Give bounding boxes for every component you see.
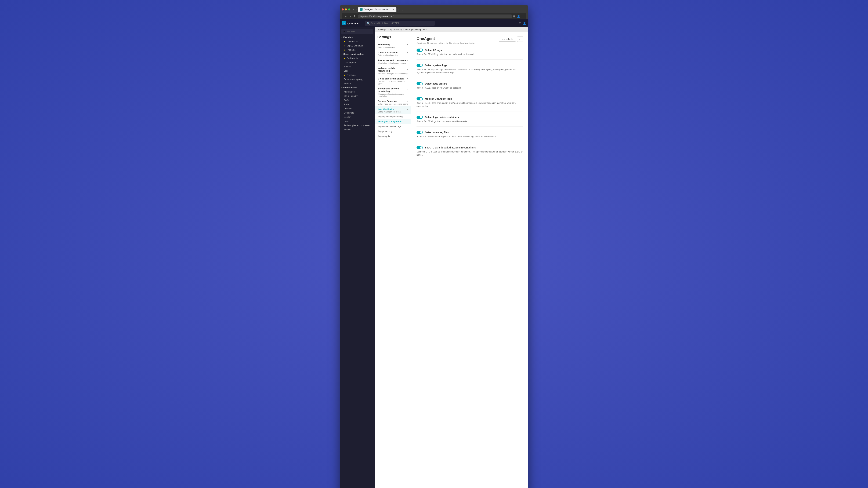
toggle-desc: If set to FALSE - logs from containers w… (416, 120, 523, 123)
sidebar-item-vmware[interactable]: VMware (340, 106, 375, 111)
tab-title: OneAgent - Environment - Set... (364, 8, 392, 11)
sidebar-item-hosts[interactable]: Hosts (340, 119, 375, 123)
detect-open-log-files-toggle[interactable] (416, 131, 423, 134)
toggle-desc: If set to FALSE - IIS log detection mech… (416, 53, 523, 56)
sidebar-item-metrics[interactable]: Metrics (340, 65, 375, 69)
close-tab-icon[interactable]: ✕ (393, 8, 394, 11)
settings-nav-server-side[interactable]: Server-side service monitoring ▾ Manage … (375, 86, 411, 98)
item-title: Web and mobile monitoring (378, 67, 407, 72)
settings-sub-log-processing[interactable]: Log processing (375, 129, 411, 134)
settings-sub-log-sources[interactable]: Log sources and storage (375, 124, 411, 129)
item-subtitle: Define rules for services and spans (378, 103, 408, 105)
refresh-button[interactable]: ↻ (353, 14, 357, 18)
filter-row: ▽ (341, 29, 373, 34)
main-content: OneAgent Configure OneAgent options for … (411, 32, 528, 488)
more-options-button[interactable]: ··· (517, 36, 523, 42)
sidebar-item-label: Technologies and processes (344, 124, 370, 127)
chevron-icon: ▾ (407, 59, 408, 62)
sidebar-item-containers[interactable]: Containers (340, 111, 375, 115)
tab-overflow-icon[interactable]: ⌄ (401, 8, 403, 12)
sidebar-item-logs[interactable]: Logs (340, 69, 375, 73)
sidebar-item-problems-fav[interactable]: ★ Problems (340, 48, 375, 52)
breadcrumb-log-monitoring[interactable]: Log Monitoring (389, 29, 402, 31)
sidebar-section-infrastructure[interactable]: ▾ Infrastructure (340, 86, 375, 90)
sidebar-item-docker[interactable]: Docker (340, 115, 375, 119)
detect-iis-logs-toggle[interactable] (416, 48, 423, 52)
forward-nav-button[interactable]: → (348, 14, 352, 18)
toggle-label: Detect system logs (425, 64, 447, 67)
chevron-down-icon: ▾ (341, 53, 342, 55)
settings-nav-service-detection[interactable]: Service Detection ▾ Define rules for ser… (375, 98, 411, 106)
sidebar-section-favorites[interactable]: ▾ Favorites (340, 35, 375, 39)
profile-icon[interactable]: 👤 (517, 15, 520, 18)
sidebar-item-network[interactable]: Network (340, 128, 375, 132)
sidebar-item-technologies[interactable]: Technologies and processes (340, 123, 375, 128)
chevron-up-icon: ▴ (407, 108, 408, 110)
item-header: Service Detection ▾ (378, 100, 408, 102)
sidebar-item-label: Problems (347, 49, 355, 51)
logo-text: dynatrace (347, 22, 359, 25)
observe-label: Observe and explore (343, 53, 364, 55)
browser-chrome: ‹ › OneAgent - Environment - Set... ✕ + … (340, 5, 528, 20)
sidebar-item-cloud-foundry[interactable]: Cloud Foundry (340, 94, 375, 98)
maximize-button[interactable] (348, 8, 350, 10)
settings-nav-log-monitoring[interactable]: Log Monitoring ▴ Set up management of lo… (375, 106, 411, 114)
forward-button[interactable]: › (355, 8, 358, 11)
menu-icon[interactable]: ⋮ (522, 15, 525, 18)
sidebar-item-dashboards-fav[interactable]: ★ Dashboards (340, 39, 375, 44)
filter-input[interactable] (346, 31, 370, 33)
sidebar-item-azure[interactable]: Azure (340, 102, 375, 106)
detect-container-logs-toggle[interactable] (416, 116, 423, 119)
extensions-icon[interactable]: ⊞ (513, 15, 516, 18)
toggle-label: Detect open log files (425, 131, 449, 134)
settings-sub-log-analysis[interactable]: Log analysis (375, 134, 411, 139)
detect-nfs-logs-toggle[interactable] (416, 82, 423, 85)
search-input[interactable] (371, 22, 433, 25)
breadcrumb-settings[interactable]: Settings (378, 29, 385, 31)
use-defaults-button[interactable]: Use defaults (499, 37, 516, 41)
sidebar-section-observe[interactable]: ▾ Observe and explore (340, 52, 375, 56)
active-tab[interactable]: OneAgent - Environment - Set... ✕ (358, 7, 397, 12)
sidebar-item-smartscape[interactable]: Smartscape topology (340, 77, 375, 82)
content-area: Settings Monitoring ▾ Setup and overview (375, 32, 528, 488)
item-subtitle: Connect cloud and virtualization types (378, 80, 408, 85)
toggle-desc: If set to FALSE - logs on NFS won't be d… (416, 86, 523, 90)
detect-system-logs-toggle[interactable] (416, 64, 423, 67)
notifications-icon[interactable]: □ (519, 22, 521, 25)
monitor-oneagent-logs-toggle[interactable] (416, 97, 423, 100)
settings-sub-log-ingest[interactable]: Log ingest and processing (375, 114, 411, 119)
sidebar-item-deploy-dynatrace[interactable]: ★ Deploy Dynatrace (340, 44, 375, 48)
settings-nav-cloud-virtualization[interactable]: Cloud and virtualization ▾ Connect cloud… (375, 76, 411, 86)
search-box[interactable]: 🔍 (365, 21, 435, 26)
settings-sub-oneagent-config[interactable]: OneAgent configuration (375, 119, 411, 124)
settings-nav-processes[interactable]: Processes and containers ▾ Monitoring, d… (375, 58, 411, 65)
url-input[interactable] (358, 14, 512, 18)
new-tab-button[interactable]: + (397, 8, 401, 12)
set-utc-timezone-toggle[interactable] (416, 146, 423, 149)
sidebar-item-dashboards[interactable]: ★ Dashboards (340, 56, 375, 60)
item-title: Server-side service monitoring (378, 87, 407, 93)
toggle-item-system-logs: Detect system logs If set to FALSE - sys… (416, 64, 523, 78)
item-subtitle: Manage and customize service monitoring (378, 93, 408, 97)
toggle-item-nfs-logs: Detect logs on NFS If set to FALSE - log… (416, 82, 523, 93)
sidebar-collapse-button[interactable]: ← (360, 22, 363, 25)
sidebar-item-kubernetes[interactable]: Kubernetes (340, 90, 375, 94)
user-icon[interactable]: 👤 (523, 22, 526, 25)
sidebar-item-label: Dashboards (347, 40, 358, 43)
back-nav-button[interactable]: ← (343, 14, 348, 18)
settings-nav-monitoring[interactable]: Monitoring ▾ Setup and overview (375, 42, 411, 50)
sidebar-item-data-explorer[interactable]: Data explorer (340, 60, 375, 65)
settings-nav-cloud-automation[interactable]: Cloud Automation ▾ Setup and configurati… (375, 50, 411, 58)
sidebar-item-problems[interactable]: ★ Problems (340, 73, 375, 77)
chevron-icon: ▾ (407, 89, 408, 91)
toggle-item-monitor-oneagent-logs: Monitor OneAgent logs If set to FALSE - … (416, 97, 523, 111)
minimize-button[interactable] (345, 8, 347, 10)
close-button[interactable] (342, 8, 344, 10)
settings-nav-web-mobile[interactable]: Web and mobile monitoring ▾ Real user an… (375, 65, 411, 76)
item-header: Processes and containers ▾ (378, 59, 408, 62)
sidebar-item-reports[interactable]: Reports (340, 82, 375, 86)
toggle-item-open-log-files: Detect open log files Enables auto-detec… (416, 131, 523, 142)
back-button[interactable]: ‹ (352, 8, 355, 11)
sidebar-item-aws[interactable]: AWS (340, 98, 375, 102)
tab-favicon (360, 8, 363, 11)
